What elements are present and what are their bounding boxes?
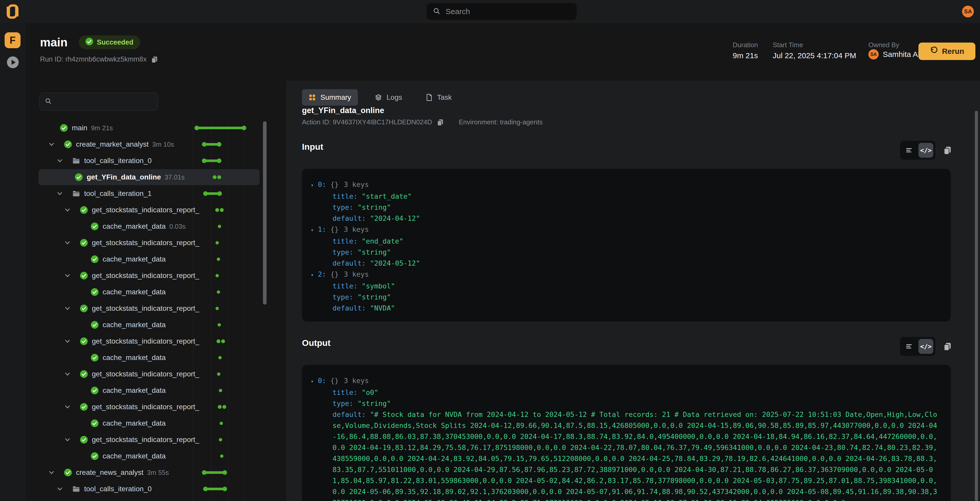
input-view-controls: </>	[900, 141, 952, 160]
tree-item-cache_market_data[interactable]: cache_market_data	[25, 251, 286, 268]
collapse-triangle-icon[interactable]: ▾	[311, 272, 314, 278]
gantt-bar	[217, 258, 220, 261]
code-view-button[interactable]: </>	[918, 339, 933, 354]
code-view-button[interactable]: </>	[918, 143, 933, 158]
tree-item-label: get_stockstats_indicators_report_	[92, 337, 199, 346]
tree-item-label: cache_market_data	[103, 321, 166, 329]
global-search[interactable]	[426, 3, 577, 20]
user-avatar[interactable]: SA	[962, 6, 974, 17]
json-key-count: 3 keys	[344, 377, 369, 385]
tree-item-get_stockstats_indicators_report_[interactable]: get_stockstats_indicators_report_	[25, 366, 286, 382]
tree-item-create_market_analyst[interactable]: create_market_analyst3m 10s	[25, 136, 286, 152]
folder-icon	[72, 485, 80, 493]
json-value: "2024-05-12"	[370, 259, 420, 267]
chevron-down-icon[interactable]	[56, 190, 63, 197]
json-index: 1:	[318, 225, 326, 233]
tree-item-cache_market_data[interactable]: cache_market_data	[25, 382, 286, 399]
copy-output-icon[interactable]	[943, 342, 952, 351]
gantt-bar	[196, 127, 245, 129]
tree-item-cache_market_data[interactable]: cache_market_data	[25, 349, 286, 366]
tree-item-label: cache_market_data	[103, 222, 166, 230]
chevron-down-icon[interactable]	[64, 404, 71, 410]
tree-item-label: tool_calls_iteration_0	[84, 157, 152, 165]
chevron-down-icon[interactable]	[64, 239, 71, 246]
tree-item-tool_calls_iteration_0[interactable]: tool_calls_iteration_0	[25, 152, 286, 169]
chevron-down-icon[interactable]	[56, 486, 63, 492]
tree-item-label: tool_calls_iteration_0	[84, 485, 152, 493]
tree-item-duration: 37.01s	[164, 173, 185, 181]
copy-run-id-icon[interactable]	[151, 56, 158, 63]
collapse-triangle-icon[interactable]: ▾	[311, 378, 314, 384]
tree-item-cache_market_data[interactable]: cache_market_data0.03s	[25, 218, 286, 235]
json-field-default: default: "NVDA"	[311, 303, 940, 314]
tree-item-get_YFin_data_online[interactable]: get_YFin_data_online37.01s	[25, 169, 286, 185]
tree-item-cache_market_data[interactable]: cache_market_data	[25, 448, 286, 465]
chevron-down-icon[interactable]	[48, 141, 55, 148]
tab-logs[interactable]: Logs	[368, 89, 409, 106]
chevron-down-icon[interactable]	[64, 305, 71, 312]
tree-item-create_news_analyst[interactable]: create_news_analyst3m 55s	[25, 465, 286, 481]
tree-item-get_stockstats_indicators_report_[interactable]: get_stockstats_indicators_report_	[25, 399, 286, 415]
tree-item-main[interactable]: main9m 21s	[25, 120, 286, 136]
chevron-down-icon[interactable]	[64, 338, 71, 345]
chevron-down-icon[interactable]	[48, 469, 55, 476]
tree-item-get_stockstats_indicators_report_[interactable]: get_stockstats_indicators_report_	[25, 268, 286, 284]
json-index: 0:	[318, 181, 326, 189]
runs-nav-button[interactable]	[7, 56, 19, 68]
top-bar: SA	[0, 0, 980, 23]
collapse-triangle-icon[interactable]: ▾	[311, 227, 314, 233]
tree-item-cache_market_data[interactable]: cache_market_data	[25, 415, 286, 431]
tab-task[interactable]: Task	[419, 89, 459, 106]
tree-item-cache_market_data[interactable]: cache_market_data	[25, 317, 286, 333]
chevron-down-icon[interactable]	[64, 371, 71, 377]
chevron-down-icon[interactable]	[56, 157, 63, 164]
grid-icon	[309, 94, 316, 101]
tree-search-input[interactable]	[56, 97, 153, 106]
rerun-button[interactable]: Rerun	[918, 43, 975, 60]
json-value: "string"	[358, 248, 391, 256]
document-icon	[426, 94, 433, 101]
tree-item-get_stockstats_indicators_report_[interactable]: get_stockstats_indicators_report_	[25, 235, 286, 251]
tree-scrollbar[interactable]	[263, 121, 267, 304]
chevron-down-icon[interactable]	[64, 207, 71, 213]
check-circle-icon	[80, 206, 88, 214]
collapse-triangle-icon[interactable]: ▾	[311, 182, 314, 188]
tree-item-get_stockstats_indicators_report_[interactable]: get_stockstats_indicators_report_	[25, 431, 286, 448]
folder-icon	[72, 190, 80, 197]
tree-item-get_stockstats_indicators_report_[interactable]: get_stockstats_indicators_report_	[25, 202, 286, 218]
tree-item-get_stockstats_indicators_report_[interactable]: get_stockstats_indicators_report_	[25, 333, 286, 349]
tree-search[interactable]	[39, 92, 158, 111]
copy-action-id-icon[interactable]	[437, 119, 444, 126]
chevron-down-icon[interactable]	[64, 272, 71, 279]
detail-tabs: SummaryLogsTask	[302, 89, 458, 106]
json-value: "start_date"	[362, 192, 412, 200]
tree-item-label: create_market_analyst	[76, 140, 148, 149]
gantt-bar	[218, 225, 221, 228]
gantt-bar	[215, 274, 219, 277]
tree-item-tool_calls_iteration_0[interactable]: tool_calls_iteration_0	[25, 481, 286, 497]
check-circle-icon	[91, 387, 99, 394]
json-key: title:	[332, 388, 362, 396]
gantt-bar	[217, 290, 220, 294]
json-entry-header: ▾1: {}3 keys	[311, 224, 940, 236]
output-heading: Output	[302, 338, 331, 348]
text-view-button[interactable]	[902, 143, 917, 158]
folder-icon	[72, 157, 80, 165]
owner-avatar: SA	[869, 49, 879, 59]
tree-item-get_stockstats_indicators_report_[interactable]: get_stockstats_indicators_report_	[25, 300, 286, 317]
union-logo-icon[interactable]	[7, 3, 19, 19]
window-scrollbar[interactable]	[975, 111, 978, 501]
tree-item-duration: 3m 55s	[147, 469, 169, 477]
tree-item-label: get_stockstats_indicators_report_	[92, 304, 199, 312]
copy-input-icon[interactable]	[943, 146, 952, 155]
chevron-down-icon[interactable]	[64, 436, 71, 443]
json-field-default: default: "2024-05-12"	[311, 258, 940, 269]
json-entry-header: ▾0: {}3 keys	[311, 375, 940, 387]
json-field-default: default: "2024-04-12"	[311, 213, 940, 224]
text-view-button[interactable]	[902, 339, 917, 354]
tab-summary[interactable]: Summary	[302, 89, 358, 106]
global-search-input[interactable]	[445, 7, 571, 16]
tree-item-tool_calls_iteration_1[interactable]: tool_calls_iteration_1	[25, 185, 286, 202]
tree-item-cache_market_data[interactable]: cache_market_data	[25, 284, 286, 300]
project-icon[interactable]: F	[5, 32, 21, 48]
